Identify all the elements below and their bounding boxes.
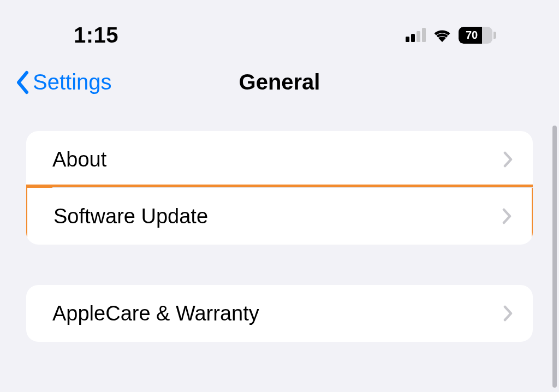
status-icons: 70 — [406, 27, 532, 44]
chevron-left-icon — [15, 70, 29, 94]
list-item-applecare-warranty[interactable]: AppleCare & Warranty — [26, 285, 533, 342]
nav-header: Settings General — [0, 66, 559, 109]
battery-icon: 70 — [459, 27, 496, 44]
chevron-right-icon — [503, 305, 513, 322]
list-item-label: AppleCare & Warranty — [52, 302, 259, 325]
content: About Software Update AppleCare & Warran… — [0, 109, 559, 342]
list-item-label: Software Update — [53, 205, 208, 228]
chevron-right-icon — [502, 208, 512, 224]
chevron-right-icon — [503, 151, 513, 168]
battery-percent: 70 — [459, 27, 492, 44]
list-group: About Software Update — [26, 131, 533, 245]
list-item-about[interactable]: About — [26, 131, 533, 188]
status-bar: 1:15 70 — [0, 0, 559, 49]
back-label: Settings — [33, 70, 112, 94]
list-item-software-update[interactable]: Software Update — [27, 188, 532, 245]
highlight-software-update: Software Update — [26, 185, 533, 245]
scroll-indicator[interactable] — [552, 126, 557, 388]
wifi-icon — [432, 28, 452, 43]
list-group: AppleCare & Warranty — [26, 285, 533, 342]
list-item-label: About — [52, 148, 106, 171]
back-button[interactable]: Settings — [15, 70, 112, 94]
page-title: General — [239, 70, 320, 94]
cell-signal-icon — [406, 28, 426, 42]
status-time: 1:15 — [74, 23, 118, 47]
